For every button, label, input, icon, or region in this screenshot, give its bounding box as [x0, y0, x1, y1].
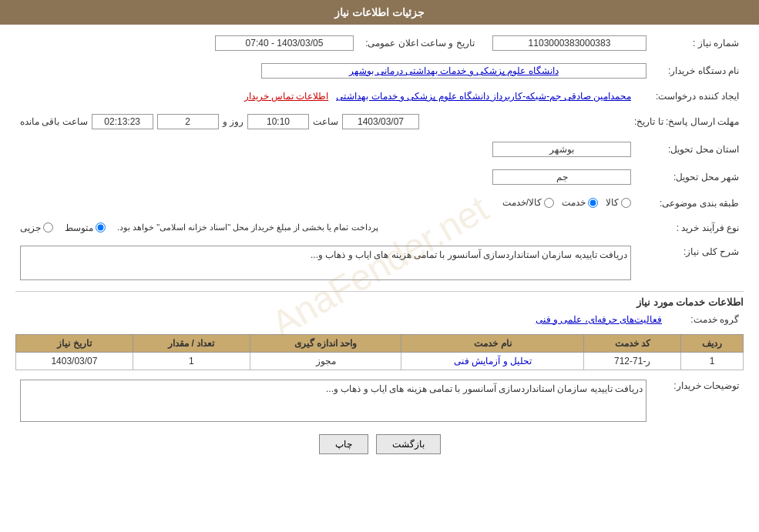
need-desc-label: شرح کلی نیاز:: [636, 243, 744, 283]
deadline-date: 1403/03/07: [342, 114, 419, 129]
buyer-desc: دریافت تاییدیه سازمان استانداردسازی آسان…: [20, 380, 646, 422]
purchase-note: پرداخت تمام یا بخشی از مبلغ خریداز محل "…: [117, 223, 378, 233]
purchase-option-2[interactable]: متوسط: [65, 223, 106, 233]
contact-link[interactable]: اطلاعات تماس خریدار: [244, 91, 329, 102]
category-label: طبقه بندی موضوعی:: [636, 194, 744, 213]
date-value: 1403/03/05 - 07:40: [215, 35, 354, 51]
request-number-label: شماره نیاز :: [651, 32, 744, 54]
deadline-label: مهلت ارسال پاسخ: تا تاریخ:: [630, 111, 744, 132]
services-table: ردیف کد خدمت نام خدمت واحد اندازه گیری ت…: [15, 334, 744, 370]
deadline-remaining: 02:13:23: [92, 114, 153, 129]
date-label: تاریخ و ساعت اعلان عمومی:: [358, 32, 482, 54]
creator-label: ایجاد کننده درخواست:: [636, 88, 744, 105]
purchase-type-label: نوع فرآیند خرید :: [636, 219, 744, 236]
buyer-org-label: نام دستگاه خریدار:: [651, 60, 744, 82]
deadline-days: 2: [157, 114, 219, 129]
category-option-2[interactable]: خدمت: [562, 197, 598, 208]
deadline-days-label: روز و: [223, 116, 243, 127]
category-option-1[interactable]: کالا: [606, 197, 631, 208]
city-label: شهر محل تحویل:: [636, 166, 744, 188]
col-name: نام خدمت: [401, 334, 584, 352]
back-button[interactable]: بازگشت: [376, 434, 441, 454]
col-qty: تعداد / مقدار: [133, 334, 250, 352]
category-option-3[interactable]: کالا/خدمت: [502, 197, 554, 208]
col-unit: واحد اندازه گیری: [250, 334, 401, 352]
province-label: استان محل تحویل:: [636, 139, 744, 160]
page-title: جزئیات اطلاعات نیاز: [0, 0, 759, 25]
deadline-remaining-label: ساعت باقی مانده: [20, 116, 88, 127]
service-group-label: گروه خدمت:: [667, 311, 744, 328]
deadline-time: 10:10: [247, 114, 309, 129]
deadline-time-label: ساعت: [313, 116, 338, 127]
request-number-value: 1103000383000383: [492, 35, 646, 51]
service-group-value: فعالیت‌های حرفه‌ای، علمی و فنی: [536, 314, 662, 325]
col-row: ردیف: [680, 334, 743, 352]
button-row: بازگشت چاپ: [15, 434, 744, 454]
services-section-title: اطلاعات خدمات مورد نیاز: [15, 291, 744, 308]
col-code: کد خدمت: [584, 334, 681, 352]
creator-value: محمدامین صادقی جم-شبکه-کاربرداز دانشگاه …: [336, 91, 631, 102]
need-description: دریافت تاییدیه سازمان استانداردسازی آسان…: [20, 246, 631, 280]
print-button[interactable]: چاپ: [319, 434, 368, 454]
buyer-desc-label: توضیحات خریدار:: [651, 376, 744, 425]
col-date: تاریخ نیاز: [16, 334, 133, 352]
purchase-option-1[interactable]: جزیی: [20, 223, 53, 233]
table-row: 1ر-71-712تحلیل و آزمایش فنیمجوز11403/03/…: [16, 352, 744, 370]
buyer-org-value: دانشگاه علوم پزشکی و خدمات بهداشتی درمان…: [261, 63, 646, 79]
city-value: جم: [492, 169, 631, 185]
province-value: بوشهر: [492, 142, 631, 157]
category-radio-group: کالا خدمت کالا/خدمت: [502, 197, 631, 208]
